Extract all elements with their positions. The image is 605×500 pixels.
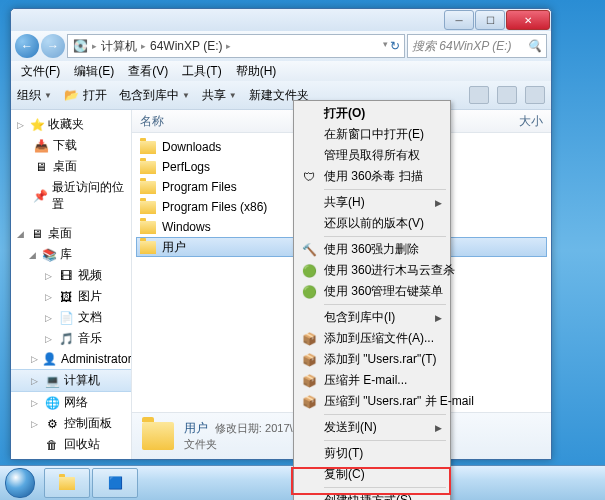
desktop-icon: 🖥	[29, 226, 45, 242]
nav-pictures[interactable]: ▷🖼图片	[11, 286, 131, 307]
organize-button[interactable]: 组织▼	[17, 87, 52, 104]
search-input[interactable]: 搜索 64WinXP (E:) 🔍	[407, 34, 547, 58]
nav-pane: ▷⭐收藏夹 📥下载 🖥桌面 📌最近访问的位置 ◢🖥桌面 ◢📚库 ▷🎞视频 ▷🖼图…	[11, 110, 132, 459]
library-icon: 📚	[41, 247, 57, 263]
ctx-add-to-rar[interactable]: 📦添加到 "Users.rar"(T)	[296, 349, 448, 370]
menu-tools[interactable]: 工具(T)	[176, 61, 227, 82]
ctx-360-trojan[interactable]: 🟢使用 360进行木马云查杀	[296, 260, 448, 281]
file-name: PerfLogs	[162, 160, 210, 174]
forward-button[interactable]: →	[41, 34, 65, 58]
submenu-arrow-icon: ▶	[435, 313, 442, 323]
breadcrumb[interactable]: 💽 ▸ 计算机 ▸ 64WinXP (E:) ▸ ▾ ↻	[67, 34, 405, 58]
winrar-icon: 📦	[300, 372, 318, 390]
addr-dropdown-icon[interactable]: ▾	[383, 39, 388, 53]
nav-cpanel[interactable]: ▷⚙控制面板	[11, 413, 131, 434]
crumb-drive[interactable]: 64WinXP (E:)	[150, 39, 222, 53]
submenu-arrow-icon: ▶	[435, 198, 442, 208]
file-name: Downloads	[162, 140, 221, 154]
nav-music[interactable]: ▷🎵音乐	[11, 328, 131, 349]
nav-videos[interactable]: ▷🎞视频	[11, 265, 131, 286]
ctx-send-to[interactable]: 发送到(N)▶	[296, 417, 448, 438]
del-360-icon: 🔨	[300, 241, 318, 259]
nav-computer[interactable]: ▷💻计算机	[11, 369, 131, 392]
star-icon: ⭐	[29, 117, 45, 133]
recent-icon: 📌	[33, 188, 48, 204]
folder-icon	[59, 477, 75, 490]
nav-documents[interactable]: ▷📄文档	[11, 307, 131, 328]
titlebar: ─ ☐ ✕	[11, 9, 551, 31]
crumb-computer[interactable]: 计算机	[101, 38, 137, 55]
task-button[interactable]: 🟦	[92, 468, 138, 498]
cpanel-icon: ⚙	[44, 416, 60, 432]
ctx-360-scan[interactable]: 🛡使用 360杀毒 扫描	[296, 166, 448, 187]
menu-help[interactable]: 帮助(H)	[230, 61, 283, 82]
ctx-open[interactable]: 打开(O)	[296, 103, 448, 124]
menu-file[interactable]: 文件(F)	[15, 61, 66, 82]
folder-icon	[140, 201, 156, 214]
drive-icon: 💽	[72, 38, 88, 54]
ctx-prev-versions[interactable]: 还原以前的版本(V)	[296, 213, 448, 234]
nav-downloads[interactable]: 📥下载	[11, 135, 131, 156]
toolbar: 组织▼ 📂打开 包含到库中▼ 共享▼ 新建文件夹	[11, 81, 551, 110]
search-placeholder: 搜索 64WinXP (E:)	[412, 38, 511, 55]
video-icon: 🎞	[58, 268, 74, 284]
maximize-button[interactable]: ☐	[475, 10, 505, 30]
preview-button[interactable]	[497, 86, 517, 104]
ctx-copy[interactable]: 复制(C)	[296, 464, 448, 485]
user-icon: 👤	[42, 351, 57, 367]
file-name: 用户	[162, 239, 186, 256]
winrar-icon: 📦	[300, 393, 318, 411]
start-button[interactable]	[0, 466, 40, 500]
file-name: Program Files (x86)	[162, 200, 267, 214]
ctx-compress-to-email[interactable]: 📦压缩到 "Users.rar" 并 E-mail	[296, 391, 448, 412]
folder-icon	[140, 161, 156, 174]
nav-recycle[interactable]: 🗑回收站	[11, 434, 131, 455]
menu-edit[interactable]: 编辑(E)	[68, 61, 120, 82]
ctx-new-window[interactable]: 在新窗口中打开(E)	[296, 124, 448, 145]
ctx-360-rightmenu[interactable]: 🟢使用 360管理右键菜单	[296, 281, 448, 302]
picture-icon: 🖼	[58, 289, 74, 305]
desktop-icon: 🖥	[33, 159, 49, 175]
ctx-share[interactable]: 共享(H)▶	[296, 192, 448, 213]
close-button[interactable]: ✕	[506, 10, 550, 30]
view-button[interactable]	[469, 86, 489, 104]
ctx-cut[interactable]: 剪切(T)	[296, 443, 448, 464]
help-button[interactable]	[525, 86, 545, 104]
share-button[interactable]: 共享▼	[202, 87, 237, 104]
ctx-admin-own[interactable]: 管理员取得所有权	[296, 145, 448, 166]
address-bar: ← → 💽 ▸ 计算机 ▸ 64WinXP (E:) ▸ ▾ ↻ 搜索 64Wi…	[11, 31, 551, 61]
open-button[interactable]: 📂打开	[64, 87, 107, 104]
search-icon: 🔍	[527, 39, 542, 53]
folder-icon	[140, 241, 156, 254]
document-icon: 📄	[58, 310, 74, 326]
back-button[interactable]: ←	[15, 34, 39, 58]
nav-admin[interactable]: ▷👤Administrator	[11, 349, 131, 369]
folder-icon	[140, 181, 156, 194]
menubar: 文件(F) 编辑(E) 查看(V) 工具(T) 帮助(H)	[11, 61, 551, 81]
scan-360-icon: 🟢	[300, 262, 318, 280]
menu-view[interactable]: 查看(V)	[122, 61, 174, 82]
nav-desktop[interactable]: ◢🖥桌面	[11, 223, 131, 244]
nav-libraries[interactable]: ◢📚库	[11, 244, 131, 265]
task-button[interactable]	[44, 468, 90, 498]
file-name: Program Files	[162, 180, 237, 194]
submenu-arrow-icon: ▶	[435, 423, 442, 433]
ctx-include-library[interactable]: 包含到库中(I)▶	[296, 307, 448, 328]
folder-icon	[140, 141, 156, 154]
context-menu: 打开(O) 在新窗口中打开(E) 管理员取得所有权 🛡使用 360杀毒 扫描 共…	[293, 100, 451, 500]
nav-network[interactable]: ▷🌐网络	[11, 392, 131, 413]
ctx-360-force-del[interactable]: 🔨使用 360强力删除	[296, 239, 448, 260]
ctx-add-archive[interactable]: 📦添加到压缩文件(A)...	[296, 328, 448, 349]
nav-recent[interactable]: 📌最近访问的位置	[11, 177, 131, 215]
network-icon: 🌐	[44, 395, 60, 411]
ctx-shortcut[interactable]: 创建快捷方式(S)	[296, 490, 448, 500]
ctx-compress-email[interactable]: 📦压缩并 E-mail...	[296, 370, 448, 391]
nav-desktop-fav[interactable]: 🖥桌面	[11, 156, 131, 177]
include-button[interactable]: 包含到库中▼	[119, 87, 190, 104]
col-size[interactable]: 大小	[519, 113, 543, 130]
refresh-icon[interactable]: ↻	[390, 39, 400, 53]
windows-orb-icon	[5, 468, 35, 498]
nav-favorites[interactable]: ▷⭐收藏夹	[11, 114, 131, 135]
minimize-button[interactable]: ─	[444, 10, 474, 30]
recycle-icon: 🗑	[44, 437, 60, 453]
